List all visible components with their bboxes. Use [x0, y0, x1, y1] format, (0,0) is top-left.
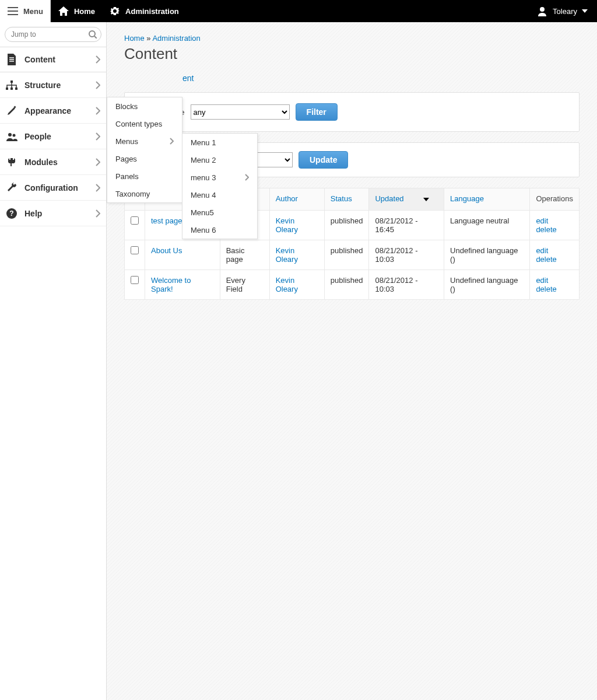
update-button[interactable]: Update — [298, 151, 348, 169]
row-type: Every Field — [220, 270, 269, 300]
chevron-right-icon — [245, 174, 249, 181]
col-status[interactable]: Status — [331, 194, 352, 203]
row-status: published — [324, 240, 369, 270]
chevron-right-icon — [96, 158, 100, 166]
row-edit-link[interactable]: edit — [536, 276, 573, 285]
svg-rect-4 — [10, 88, 13, 90]
row-language: Language neutral — [444, 211, 530, 240]
menu-toggle[interactable]: Menu — [0, 0, 51, 22]
row-edit-link[interactable]: edit — [536, 246, 573, 255]
submenu2-item-menu3[interactable]: menu 3 — [182, 169, 257, 186]
sidebar-item-appearance[interactable]: Appearance — [0, 98, 106, 124]
row-author-link[interactable]: Kevin Oleary — [276, 276, 318, 293]
row-delete-link[interactable]: delete — [536, 225, 573, 234]
breadcrumb: Home » Administration — [124, 34, 580, 43]
hamburger-icon — [7, 5, 19, 17]
row-title-link[interactable]: About Us — [151, 246, 214, 255]
submenu2-item-menu2[interactable]: Menu 2 — [182, 151, 257, 169]
row-author-link[interactable]: Kevin Oleary — [276, 216, 318, 234]
admin-label: Administration — [125, 7, 179, 16]
submenu2-item-menu1[interactable]: Menu 1 — [182, 134, 257, 151]
sidebar-label: Content — [24, 55, 89, 64]
submenu-item-taxonomy[interactable]: Taxonomy — [107, 185, 182, 202]
row-type: Basic page — [220, 240, 269, 270]
sidebar-label: Modules — [24, 158, 89, 167]
submenu-item-blocks[interactable]: Blocks — [107, 97, 182, 115]
sidebar: Content Structure Appearance People — [0, 22, 107, 700]
add-content-link[interactable]: ent — [182, 74, 194, 83]
user-icon — [536, 5, 548, 17]
row-language: Undefined language () — [444, 270, 530, 300]
row-status: published — [324, 211, 369, 240]
row-checkbox[interactable] — [131, 216, 139, 225]
chevron-right-icon — [96, 107, 100, 115]
user-menu[interactable]: Toleary — [527, 0, 597, 22]
submenu-item-menus[interactable]: Menus — [107, 132, 182, 150]
hierarchy-icon — [6, 79, 17, 91]
home-icon — [58, 5, 69, 17]
svg-point-8 — [13, 134, 16, 136]
sidebar-label: Appearance — [24, 106, 89, 116]
submenu2-item-menu4[interactable]: Menu 4 — [182, 186, 257, 204]
col-language[interactable]: Language — [450, 194, 484, 203]
submenu-item-pages[interactable]: Pages — [107, 150, 182, 167]
svg-rect-3 — [6, 88, 8, 90]
user-name: Toleary — [553, 7, 577, 16]
gear-icon — [109, 5, 121, 17]
search-wrap — [0, 22, 106, 47]
sidebar-item-modules[interactable]: Modules — [0, 149, 106, 175]
sidebar-item-structure[interactable]: Structure — [0, 72, 106, 98]
chevron-right-icon — [96, 184, 100, 192]
filter-panel: type any Filter — [124, 92, 580, 132]
filter-type-select[interactable]: any — [191, 104, 290, 120]
svg-point-0 — [540, 7, 545, 12]
row-delete-link[interactable]: delete — [536, 255, 573, 264]
nav-administration[interactable]: Administration — [102, 0, 186, 22]
row-edit-link[interactable]: edit — [536, 216, 573, 225]
help-icon: ? — [6, 208, 17, 219]
chevron-right-icon — [96, 81, 100, 89]
sidebar-item-help[interactable]: ? Help — [0, 201, 106, 226]
row-title-link[interactable]: Welcome to Spark! — [151, 276, 214, 293]
breadcrumb-sep: » — [146, 34, 150, 43]
sidebar-item-configuration[interactable]: Configuration — [0, 175, 106, 201]
table-row: Welcome to Spark!Every FieldKevin Oleary… — [125, 270, 580, 300]
sidebar-item-content[interactable]: Content — [0, 47, 106, 72]
menu-label: Menu — [23, 7, 43, 16]
sidebar-label: Structure — [24, 80, 89, 90]
submenu-item-panels[interactable]: Panels — [107, 167, 182, 185]
row-updated: 08/21/2012 - 10:03 — [369, 270, 444, 300]
search-input[interactable] — [5, 27, 101, 42]
page-title: Content — [124, 45, 580, 63]
chevron-right-icon — [96, 132, 100, 141]
row-language: Undefined language () — [444, 240, 530, 270]
breadcrumb-home[interactable]: Home — [124, 34, 145, 43]
sidebar-item-people[interactable]: People — [0, 124, 106, 149]
chevron-right-icon — [96, 55, 100, 64]
svg-rect-5 — [15, 88, 17, 90]
submenu-item-content-types[interactable]: Content types — [107, 115, 182, 132]
people-icon — [6, 131, 17, 142]
filter-button[interactable]: Filter — [296, 103, 338, 121]
col-updated[interactable]: Updated — [375, 194, 403, 203]
submenu2-item-menu5[interactable]: Menu5 — [182, 204, 257, 221]
top-bar: Menu Home Administration Toleary — [0, 0, 597, 22]
col-author[interactable]: Author — [276, 194, 298, 203]
row-author-link[interactable]: Kevin Oleary — [276, 246, 318, 264]
row-checkbox[interactable] — [131, 276, 139, 284]
plug-icon — [6, 156, 17, 168]
home-label: Home — [74, 7, 95, 16]
wrench-icon — [6, 182, 17, 194]
submenu2-item-menu6[interactable]: Menu 6 — [182, 221, 257, 239]
row-updated: 08/21/2012 - 10:03 — [369, 240, 444, 270]
col-operations: Operations — [530, 188, 580, 211]
row-checkbox[interactable] — [131, 246, 139, 254]
paintbrush-icon — [6, 105, 17, 117]
sidebar-label: People — [24, 132, 89, 141]
search-icon[interactable] — [89, 30, 97, 38]
row-delete-link[interactable]: delete — [536, 285, 573, 293]
nav-home[interactable]: Home — [51, 0, 102, 22]
breadcrumb-admin[interactable]: Administration — [152, 34, 200, 43]
svg-point-7 — [8, 133, 12, 136]
svg-text:?: ? — [9, 209, 13, 218]
